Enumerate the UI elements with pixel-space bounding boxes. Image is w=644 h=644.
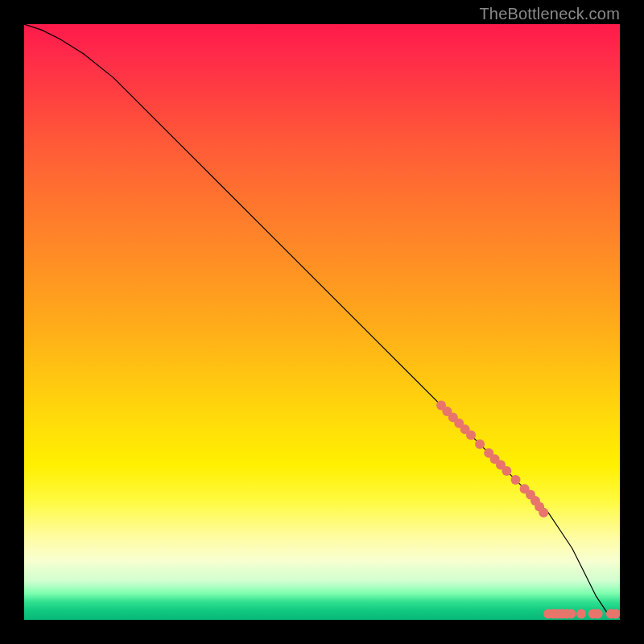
curve-group bbox=[24, 24, 620, 617]
data-point bbox=[466, 431, 476, 440]
dots-group bbox=[436, 401, 620, 619]
data-point bbox=[511, 475, 521, 485]
watermark-text: TheBottleneck.com bbox=[479, 5, 620, 23]
data-point bbox=[576, 609, 586, 619]
data-point bbox=[502, 466, 511, 476]
chart-svg bbox=[24, 24, 620, 620]
data-point bbox=[475, 440, 485, 449]
data-point bbox=[566, 609, 576, 619]
curve-line bbox=[24, 24, 620, 617]
data-point bbox=[593, 609, 603, 619]
chart-plot-area bbox=[24, 24, 620, 620]
data-point bbox=[539, 508, 548, 518]
